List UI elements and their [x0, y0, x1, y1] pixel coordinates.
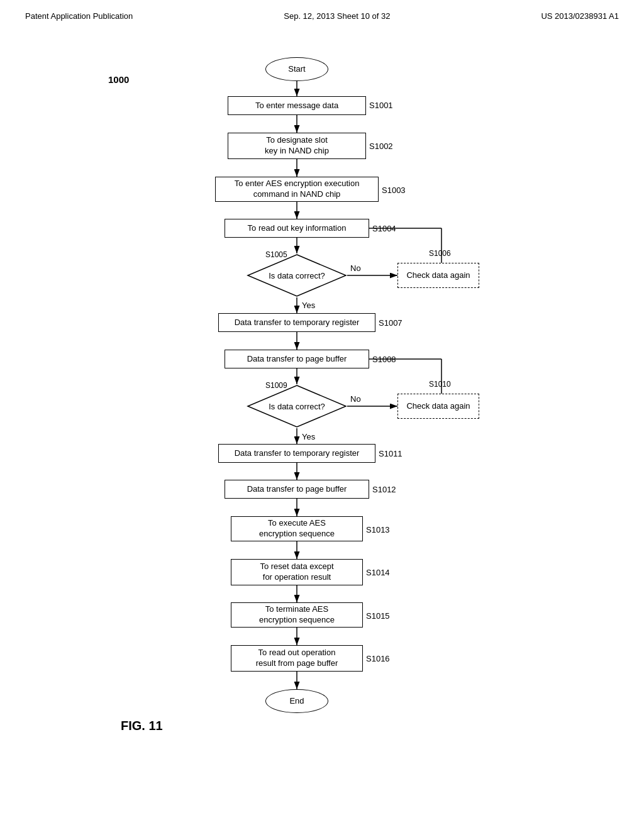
s1008-node: Data transfer to page buffer — [225, 350, 369, 368]
s1007-label: S1007 — [379, 318, 402, 328]
s1010-label: S1010 — [429, 380, 451, 389]
flowchart-container: 1000 Yes No — [102, 40, 542, 794]
figure-label: FIG. 11 — [121, 719, 163, 733]
s1015-label: S1015 — [366, 611, 390, 621]
s1004-label: S1004 — [372, 224, 396, 233]
svg-text:No: No — [350, 263, 361, 273]
ref-label: 1000 — [108, 74, 129, 85]
svg-text:No: No — [350, 394, 361, 404]
s1015-node: To terminate AES encryption sequence — [231, 602, 363, 628]
s1006-node: Check data again — [397, 263, 479, 288]
s1011-node: Data transfer to temporary register — [218, 444, 375, 463]
svg-text:Yes: Yes — [302, 301, 316, 310]
s1008-label: S1008 — [372, 355, 396, 364]
s1003-label: S1003 — [382, 185, 406, 195]
s1016-node: To read out operation result from page b… — [231, 645, 363, 672]
s1002-label: S1002 — [369, 141, 393, 151]
s1002-node: To designate slot key in NAND chip — [228, 133, 366, 159]
s1007-node: Data transfer to temporary register — [218, 313, 375, 332]
s1011-label: S1011 — [379, 449, 402, 458]
header-right: US 2013/0238931 A1 — [541, 11, 619, 21]
start-node: Start — [265, 57, 328, 81]
s1009-node: Is data correct? — [247, 384, 347, 428]
s1012-label: S1012 — [372, 485, 396, 494]
s1014-node: To reset data except for operation resul… — [231, 559, 363, 585]
s1005-node: Is data correct? — [247, 253, 347, 297]
s1003-node: To enter AES encryption execution comman… — [215, 177, 379, 202]
s1001-label: S1001 — [369, 101, 393, 110]
s1006-label: S1006 — [429, 249, 451, 258]
s1010-node: Check data again — [397, 394, 479, 419]
s1012-node: Data transfer to page buffer — [225, 480, 369, 499]
end-node: End — [265, 689, 328, 713]
svg-text:Yes: Yes — [302, 432, 316, 441]
header-middle: Sep. 12, 2013 Sheet 10 of 32 — [284, 11, 390, 21]
s1001-node: To enter message data — [228, 96, 366, 115]
page-header: Patent Application Publication Sep. 12, … — [0, 0, 644, 27]
s1013-label: S1013 — [366, 525, 390, 534]
s1016-label: S1016 — [366, 654, 390, 663]
s1014-label: S1014 — [366, 568, 390, 577]
s1004-node: To read out key information — [225, 219, 369, 238]
header-left: Patent Application Publication — [25, 11, 133, 21]
s1013-node: To execute AES encryption sequence — [231, 516, 363, 541]
diagram-area: 1000 Yes No — [0, 27, 644, 807]
